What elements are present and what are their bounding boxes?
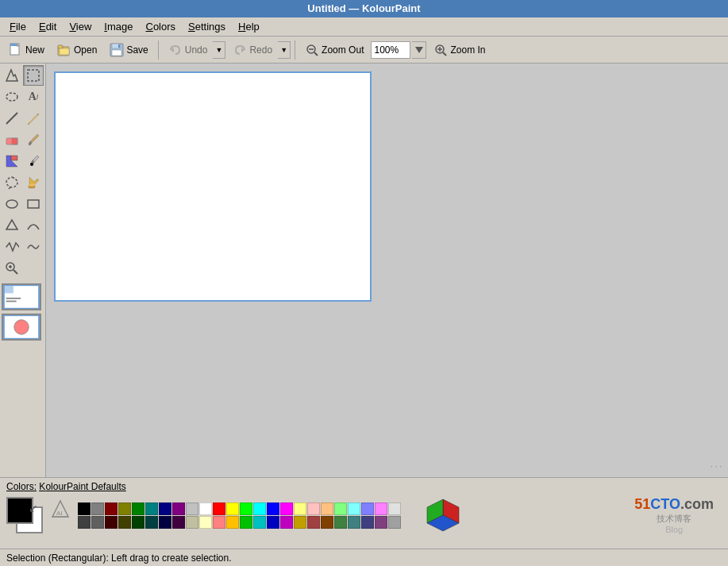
color-swatch[interactable] [388,516,401,529]
logo-blog: Blog [665,525,683,534]
pencil-tool[interactable] [23,108,44,129]
color-swatch[interactable] [361,502,374,515]
color-swatch[interactable] [132,516,144,529]
svg-rect-8 [112,50,121,56]
rect-select-tool[interactable] [23,65,44,86]
svg-rect-20 [28,70,39,81]
color-swatch[interactable] [105,502,117,515]
color-swatch[interactable] [294,516,306,529]
color-swatch[interactable] [294,502,306,515]
color-swatch[interactable] [199,502,212,515]
color-swatch[interactable] [321,502,333,515]
menu-edit[interactable]: Edit [33,19,63,34]
color-swatch[interactable] [118,516,131,529]
color-swatch[interactable] [91,502,104,515]
undo-button[interactable]: Undo [163,39,214,61]
color-swatch[interactable] [226,502,239,515]
zoom-in-button[interactable]: Zoom In [428,39,491,61]
color-swatch[interactable] [186,502,198,515]
color-swatch[interactable] [253,502,266,515]
fill-tool[interactable] [2,151,22,171]
polygon-tool[interactable] [2,215,22,236]
color-swatch[interactable] [213,502,225,515]
color-swatch[interactable] [240,502,252,515]
new-button[interactable]: New [3,39,50,61]
ellipse-tool[interactable] [2,194,22,214]
color-swatch[interactable] [186,516,198,529]
color-swatch[interactable] [375,502,387,515]
color-swatch[interactable] [280,516,293,529]
color-swatch[interactable] [307,502,320,515]
color-swatch[interactable] [145,502,158,515]
color-swatch[interactable] [105,516,117,529]
color-swatch[interactable] [213,516,225,529]
color-swatch[interactable] [159,516,171,529]
color-swatch[interactable] [78,516,91,529]
color-swatch[interactable] [145,516,158,529]
color-swatch[interactable] [334,516,347,529]
lasso-tool[interactable] [2,172,22,193]
zoom-canvas-tool[interactable] [2,258,22,279]
tool-row-10 [2,258,44,279]
svg-rect-9 [118,44,120,48]
freehand-select-tool[interactable] [2,87,22,107]
color-swatch[interactable] [375,516,387,529]
color-swatch[interactable] [159,502,171,515]
save-button[interactable]: Save [104,39,153,61]
color-swatch[interactable] [388,502,401,515]
color-swatch[interactable] [307,516,320,529]
zoom-dropdown-arrow[interactable] [412,41,426,59]
thumbnail-2[interactable] [2,314,41,341]
redo-dropdown-arrow[interactable]: ▼ [278,41,291,59]
color-swatch[interactable] [348,516,360,529]
color-swatch[interactable] [91,516,104,529]
wave-tool[interactable] [23,237,44,257]
line-tool[interactable] [2,108,22,129]
menu-help[interactable]: Help [232,19,266,34]
color-swatch[interactable] [226,516,239,529]
eraser-tool[interactable] [2,129,22,150]
zoom-input[interactable] [371,41,410,59]
open-button[interactable]: Open [52,39,102,61]
color-swatch[interactable] [118,502,131,515]
fg-bg-swatch[interactable]: ↙ [6,497,43,533]
menu-file[interactable]: File [3,19,33,34]
status-text: Selection (Rectangular): Left drag to cr… [6,553,232,564]
zoom-out-button[interactable]: Zoom Out [299,39,369,61]
color-swatch[interactable] [267,516,279,529]
rect-tool[interactable] [23,194,44,214]
drawing-canvas[interactable] [54,71,372,302]
color-swatch[interactable] [172,502,185,515]
color-swatch[interactable] [280,502,293,515]
brush-tool[interactable] [23,129,44,150]
color-swatch[interactable] [321,516,333,529]
canvas-area[interactable]: · · · [46,64,728,477]
bucket-fill-tool[interactable] [23,172,44,193]
color-swatch[interactable] [267,502,279,515]
menu-colors[interactable]: Colors [139,19,182,34]
thumbnail-1[interactable] [2,283,41,310]
curve-tool[interactable] [23,215,44,236]
undo-dropdown-arrow[interactable]: ▼ [213,41,225,59]
menu-view[interactable]: View [63,19,98,34]
color-swatch[interactable] [78,502,91,515]
color-swatch[interactable] [361,516,374,529]
color-swatch[interactable] [199,516,212,529]
undo-icon [168,43,183,57]
menu-settings[interactable]: Settings [182,19,232,34]
selection-tool[interactable] [2,65,22,86]
zigzag-tool[interactable] [2,237,22,257]
colorpicker-tool[interactable] [23,151,44,171]
color-swatch[interactable] [334,502,347,515]
color-swatch[interactable] [132,502,144,515]
color-swatch[interactable] [253,516,266,529]
color-swatches [78,502,401,529]
thumbnails-area [0,280,45,344]
zoom-out-label: Zoom Out [322,44,364,56]
color-swatch[interactable] [172,516,185,529]
color-swatch[interactable] [348,502,360,515]
color-swatch[interactable] [240,516,252,529]
menu-image[interactable]: Image [98,19,139,34]
redo-button[interactable]: Redo [227,39,278,61]
text-tool[interactable]: A I [23,87,44,107]
